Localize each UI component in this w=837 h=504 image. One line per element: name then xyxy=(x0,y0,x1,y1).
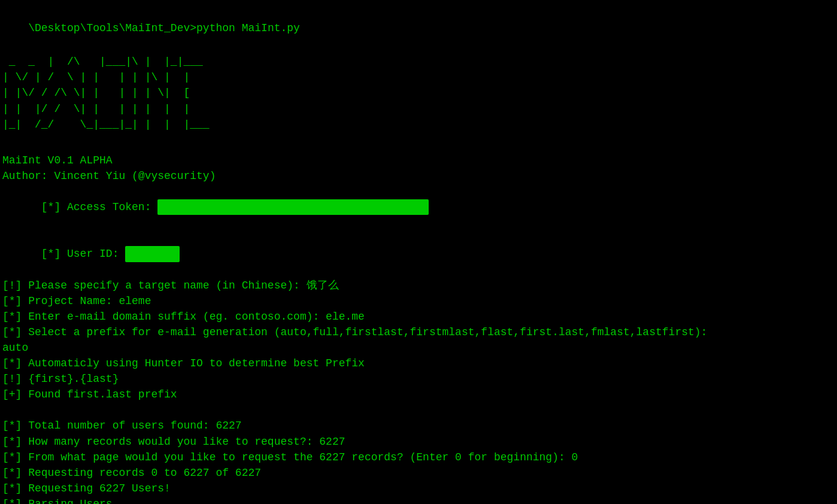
line-how-many: [*] How many records would you like to r… xyxy=(2,434,835,450)
line-parsing-users: [*] Parsing Users xyxy=(2,496,835,504)
line-blank2 xyxy=(2,402,835,418)
line-select-prefix: [*] Select a prefix for e-mail generatio… xyxy=(2,324,835,340)
line-project-name: [*] Project Name: eleme xyxy=(2,293,835,309)
line-blank1 xyxy=(2,137,835,153)
access-token-label: [*] Access Token: xyxy=(41,201,157,213)
line-total-users: [*] Total number of users found: 6227 xyxy=(2,418,835,433)
user-id-value: ████████ xyxy=(125,246,179,262)
line-hunter-io: [*] Automaticly using Hunter IO to deter… xyxy=(2,356,835,371)
access-token-value: ██████████████████████████████████████ xyxy=(157,199,428,215)
line-version: MaiInt V0.1 ALPHA xyxy=(2,153,835,168)
terminal-output: MaiInt V0.1 ALPHA Author: Vincent Yiu (@… xyxy=(2,137,835,504)
line-auto: auto xyxy=(2,340,835,356)
ascii-art: _ _ | /\ |___|\ | |_|___ | \/ | / \ | | … xyxy=(2,54,835,132)
line-author: Author: Vincent Yiu (@vysecurity) xyxy=(2,168,835,184)
terminal-window: \Desktop\Tools\MaiInt_Dev>python MaiInt.… xyxy=(2,5,835,504)
line-requesting-users: [*] Requesting 6227 Users! xyxy=(2,481,835,496)
line-requesting-range: [*] Requesting records 0 to 6227 of 6227 xyxy=(2,465,835,481)
user-id-label: [*] User ID: xyxy=(41,248,125,260)
line-from-page: [*] From what page would you like to req… xyxy=(2,450,835,465)
line-user-id: [*] User ID: ████████ xyxy=(2,230,835,277)
title-bar: \Desktop\Tools\MaiInt_Dev>python MaiInt.… xyxy=(2,5,835,51)
line-target-name: [!] Please specify a target name (in Chi… xyxy=(2,278,835,293)
line-email-domain: [*] Enter e-mail domain suffix (eg. cont… xyxy=(2,309,835,324)
line-first-last-bang: [!] {first}.{last} xyxy=(2,371,835,387)
title-text: \Desktop\Tools\MaiInt_Dev>python MaiInt.… xyxy=(28,22,300,34)
line-access-token: [*] Access Token: ██████████████████████… xyxy=(2,184,835,230)
line-found-prefix: [+] Found first.last prefix xyxy=(2,387,835,402)
